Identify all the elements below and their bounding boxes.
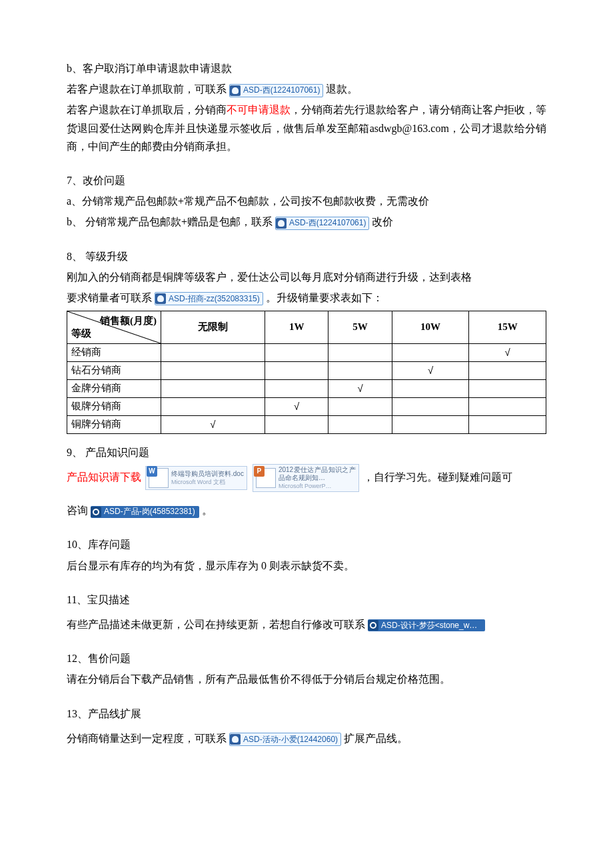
- qq-contact-asd-west-2[interactable]: ASD-西(1224107061): [275, 217, 369, 230]
- row-label: 钻石分销商: [67, 362, 161, 380]
- word-icon: [149, 468, 169, 488]
- text: 。: [202, 505, 213, 516]
- section-b-line2: 若客户退款在订单抓取后，分销商不可申请退款，分销商若先行退款给客户，请分销商让客…: [67, 101, 546, 155]
- table-header-row: 销售额(月度) 等级 无限制 1W 5W 10W 15W: [67, 311, 546, 344]
- qq-contact-asd-product[interactable]: ASD-产品-岗(458532381): [91, 506, 199, 518]
- level-table: 销售额(月度) 等级 无限制 1W 5W 10W 15W 经销商 √ 钻石分销商…: [67, 311, 546, 434]
- section-7-b: b、 分销常规产品包邮款+赠品是包邮，联系 ASD-西(1224107061) …: [67, 213, 546, 231]
- cell: [469, 416, 546, 434]
- attachment-label: 2012爱仕达产品知识之产品命名规则知… Microsoft PowerP…: [279, 466, 356, 490]
- qq-icon: [230, 85, 241, 96]
- cell: [161, 380, 265, 398]
- text: 退款。: [326, 83, 358, 95]
- col-header: 无限制: [161, 311, 265, 344]
- section-b-line1: 若客户退款在订单抓取前，可联系 ASD-西(1224107061) 退款。: [67, 80, 546, 98]
- col-header: 5W: [328, 311, 392, 344]
- cell: [328, 344, 392, 362]
- section-10-body: 后台显示有库存的均为有货，显示库存为 0 则表示缺货不卖。: [67, 557, 546, 575]
- text: 有些产品描述未做更新，公司在持续更新，若想自行修改可联系: [67, 619, 365, 630]
- row-label: 银牌分销商: [67, 398, 161, 416]
- cell: [265, 344, 328, 362]
- cell: [161, 344, 265, 362]
- row-label: 铜牌分销商: [67, 416, 161, 434]
- text: 改价: [372, 216, 393, 227]
- text: ，自行学习先。碰到疑难问题可: [363, 471, 512, 483]
- text: 。升级销量要求表如下：: [266, 292, 383, 303]
- cell: [469, 380, 546, 398]
- qq-icon: [155, 293, 166, 304]
- section-12-title: 12、售价问题: [67, 649, 546, 667]
- table-row: 铜牌分销商 √: [67, 416, 546, 434]
- cell: [328, 416, 392, 434]
- section-b-title: b、客户取消订单申请退款申请退款: [67, 59, 546, 77]
- file-sub: Microsoft Word 文档: [171, 479, 225, 485]
- text: 要求销量者可联系: [67, 292, 152, 303]
- qq-contact-asd-design[interactable]: ASD-设计-梦莎<stone_w…: [368, 619, 485, 631]
- file-sub: Microsoft PowerP…: [279, 483, 332, 489]
- qq-label: ASD-招商-zz(352083315): [169, 292, 260, 305]
- col-header: 15W: [469, 311, 546, 344]
- table-row: 钻石分销商 √: [67, 362, 546, 380]
- warning-text: 不可申请退款: [227, 104, 291, 115]
- cell: [392, 416, 469, 434]
- file-name: 终端导购员培训资料.doc: [171, 470, 244, 477]
- cell: [265, 362, 328, 380]
- header-bottom: 等级: [71, 325, 91, 343]
- qq-icon: [276, 218, 287, 229]
- section-11-title: 11、宝贝描述: [67, 591, 546, 609]
- cell: [328, 398, 392, 416]
- section-7-title: 7、改价问题: [67, 171, 546, 189]
- section-11-body: 有些产品描述未做更新，公司在持续更新，若想自行修改可联系 ASD-设计-梦莎<s…: [67, 615, 546, 633]
- qq-label: ASD-产品-岗(458532381): [104, 505, 195, 518]
- cell: √: [469, 344, 546, 362]
- cell: [392, 398, 469, 416]
- col-header: 10W: [392, 311, 469, 344]
- cell: √: [265, 398, 328, 416]
- section-13-title: 13、产品线扩展: [67, 705, 546, 723]
- cell: [469, 362, 546, 380]
- qq-label: ASD-设计-梦莎<stone_w…: [381, 619, 477, 632]
- header-top: 销售额(月度): [100, 313, 157, 330]
- cell: √: [328, 380, 392, 398]
- section-9-title: 9、 产品知识问题: [67, 443, 546, 461]
- qq-icon: [368, 620, 378, 631]
- text: 若客户退款在订单抓取后，分销商: [67, 104, 227, 115]
- cell: [328, 362, 392, 380]
- qq-label: ASD-活动-小爱(12442060): [243, 733, 338, 746]
- qq-icon: [230, 734, 241, 745]
- qq-contact-asd-activity[interactable]: ASD-活动-小爱(12442060): [229, 733, 341, 746]
- cell: [469, 398, 546, 416]
- qq-contact-asd-zhaoshang[interactable]: ASD-招商-zz(352083315): [155, 292, 263, 305]
- document-page: b、客户取消订单申请退款申请退款 若客户退款在订单抓取前，可联系 ASD-西(1…: [0, 0, 613, 868]
- cell: [265, 380, 328, 398]
- cell: [392, 344, 469, 362]
- section-9-line2: 咨询 ASD-产品-岗(458532381) 。: [67, 501, 546, 519]
- row-label: 经销商: [67, 344, 161, 362]
- cell: [161, 362, 265, 380]
- attachment-word[interactable]: 终端导购员培训资料.doc Microsoft Word 文档: [145, 466, 247, 490]
- cell: [392, 380, 469, 398]
- section-9-line1: 产品知识请下载 终端导购员培训资料.doc Microsoft Word 文档 …: [67, 464, 546, 492]
- download-hint: 产品知识请下载: [67, 471, 141, 483]
- section-13-body: 分销商销量达到一定程度，可联系 ASD-活动-小爱(12442060) 扩展产品…: [67, 729, 546, 747]
- diagonal-header: 销售额(月度) 等级: [67, 311, 161, 344]
- table-row: 金牌分销商 √: [67, 380, 546, 398]
- table-row: 经销商 √: [67, 344, 546, 362]
- text: 若客户退款在订单抓取前，可联系: [67, 83, 227, 95]
- text: 扩展产品线。: [344, 733, 408, 744]
- row-label: 金牌分销商: [67, 380, 161, 398]
- qq-label: ASD-西(1224107061): [289, 216, 366, 229]
- section-8-line1: 刚加入的分销商都是铜牌等级客户，爱仕达公司以每月底对分销商进行升级，达到表格: [67, 268, 546, 286]
- text: b、 分销常规产品包邮款+赠品是包邮，联系: [67, 216, 273, 227]
- qq-contact-asd-west[interactable]: ASD-西(1224107061): [229, 84, 323, 97]
- cell: [265, 416, 328, 434]
- attachment-ppt[interactable]: 2012爱仕达产品知识之产品命名规则知… Microsoft PowerP…: [253, 464, 359, 492]
- text: 咨询: [67, 505, 88, 516]
- qq-label: ASD-西(1224107061): [243, 83, 320, 97]
- attachment-label: 终端导购员培训资料.doc Microsoft Word 文档: [171, 470, 244, 486]
- text: 分销商销量达到一定程度，可联系: [67, 733, 227, 744]
- cell: √: [161, 416, 265, 434]
- col-header: 1W: [265, 311, 328, 344]
- ppt-icon: [256, 468, 276, 488]
- cell: √: [392, 362, 469, 380]
